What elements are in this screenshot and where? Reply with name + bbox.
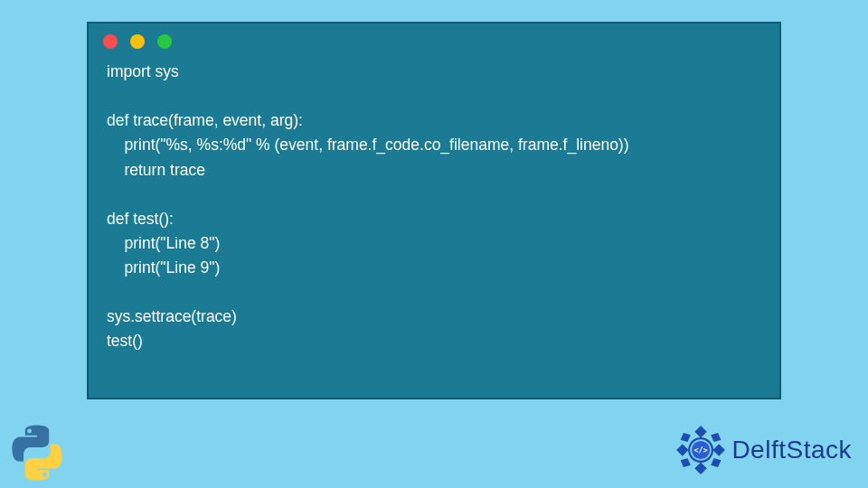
svg-text:</>: </> [694,446,708,455]
svg-marker-0 [695,426,707,437]
minimize-dot-icon [130,34,145,49]
brand-name: DelftStack [731,436,852,465]
delftstack-icon: </> [675,425,726,475]
svg-marker-3 [713,444,725,455]
window-traffic-lights [89,23,779,52]
close-dot-icon [103,34,118,49]
svg-marker-2 [677,444,689,455]
svg-marker-5 [712,433,722,442]
svg-marker-4 [681,433,691,442]
maximize-dot-icon [157,34,172,49]
code-block: import sys def trace(frame, event, arg):… [89,52,779,367]
svg-marker-6 [681,458,691,467]
svg-marker-1 [695,462,707,474]
svg-marker-7 [712,458,722,467]
code-window: import sys def trace(frame, event, arg):… [87,22,781,399]
brand-logo: </> DelftStack [675,425,852,475]
python-logo-icon [7,423,67,483]
